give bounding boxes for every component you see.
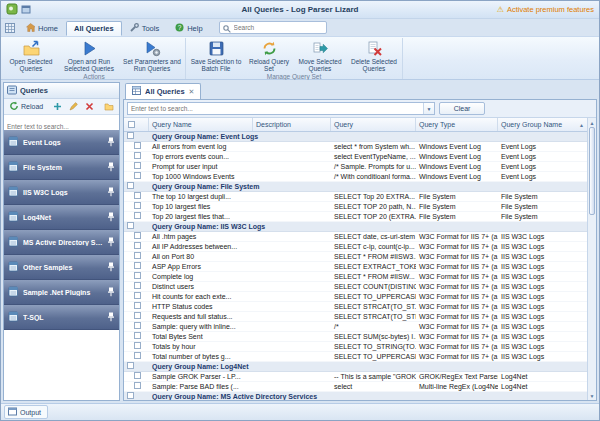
sidebar-item-iis-w3c-logs[interactable]: IIS W3C Logs [4,180,119,205]
column-header-select-all[interactable] [124,118,149,131]
row-checkbox[interactable] [134,282,141,289]
group-row[interactable]: Query Group Name: Event Logs [124,132,587,142]
table-row[interactable]: The top 10 largest dupli... SELECT Top 2… [124,192,587,202]
pin-icon[interactable] [107,212,115,223]
table-row[interactable]: All IP Addresses between... SELECT c-ip,… [124,242,587,252]
table-row[interactable]: Total Bytes Sent SELECT SUM(sc-bytes) I.… [124,332,587,342]
select-all-checkbox[interactable] [128,121,135,128]
row-checkbox[interactable] [134,142,141,149]
table-row[interactable]: Top 1000 Windows Events /* With conditio… [124,172,587,182]
table-row[interactable]: Total number of bytes g... SELECT TO_UPP… [124,352,587,362]
scroll-up-button[interactable]: ▲ [588,118,596,127]
ribbon-search-input[interactable] [234,24,323,31]
table-row[interactable]: Top errors events coun... select EventTy… [124,152,587,162]
scroll-down-button[interactable]: ▼ [588,391,596,400]
open-selected-queries-button[interactable]: Open Selected Queries [4,38,58,72]
open-folder-button[interactable] [102,101,116,113]
save-selection-to-batch-file-button[interactable]: Save Selection to Batch File [187,38,245,72]
sidebar-item-event-logs[interactable]: Event Logs [4,130,119,155]
row-checkbox[interactable] [134,202,141,209]
table-row[interactable]: Sample GROK Parser - LP... -- This is a … [124,372,587,382]
add-query-button[interactable] [51,101,64,113]
ribbon-search-box[interactable] [219,21,327,34]
row-checkbox[interactable] [134,272,141,279]
vertical-scrollbar[interactable]: ▲ ▼ [587,118,596,400]
row-checkbox[interactable] [134,292,141,299]
row-checkbox[interactable] [134,322,141,329]
scroll-thumb[interactable] [589,127,595,215]
table-row[interactable]: All .htm pages SELECT date, cs-uri-stem … [124,232,587,242]
row-checkbox[interactable] [134,352,141,359]
table-row[interactable]: Requests and full status... SELECT STRCA… [124,312,587,322]
table-row[interactable]: Top 10 largest files SELECT TOP 20 path,… [124,202,587,212]
table-row[interactable]: ASP App Errors SELECT EXTRACT_TOKE... W3… [124,262,587,272]
reload-query-set-button[interactable]: Reload Query Set [245,38,293,72]
group-checkbox[interactable] [127,182,134,189]
pin-icon[interactable] [107,237,115,248]
row-checkbox[interactable] [134,312,141,319]
group-row[interactable]: Query Group Name: MS Active Directory Se… [124,392,587,400]
row-checkbox[interactable] [134,242,141,249]
group-row[interactable]: Query Group Name: Log4Net [124,362,587,372]
group-row[interactable]: Query Group Name: File System [124,182,587,192]
row-checkbox[interactable] [134,232,141,239]
pin-icon[interactable] [107,187,115,198]
table-row[interactable]: All errors from event log select * from … [124,142,587,152]
sidebar-item-sample-net-plugins[interactable]: Sample .Net Plugins [4,280,119,305]
edit-query-button[interactable] [67,101,80,113]
row-checkbox[interactable] [134,212,141,219]
clear-button[interactable]: Clear [439,102,485,115]
scroll-track[interactable] [588,215,596,391]
app-menu-icon[interactable] [5,19,15,37]
column-header-query[interactable]: Query [331,118,416,131]
column-header-query-group-name[interactable]: Query Group Name ▲ [498,118,587,131]
tab-tools[interactable]: Tools [122,21,168,36]
row-checkbox[interactable] [134,342,141,349]
row-checkbox[interactable] [134,302,141,309]
group-checkbox[interactable] [127,362,134,369]
open-and-run-selected-queries-button[interactable]: Open and Run Selected Queries [58,38,120,72]
tab-help[interactable]: ? Help [167,21,210,36]
table-row[interactable]: Prompt for user input /* Sample. Prompts… [124,162,587,172]
table-row[interactable]: Sample: Parse BAD files (... select Mult… [124,382,587,392]
table-row[interactable]: Distinct users SELECT COUNT(DISTINC... W… [124,282,587,292]
group-checkbox[interactable] [127,222,134,229]
set-parameters-and-run-button[interactable]: Set Parameters and Run Queries [120,38,184,72]
column-header-query-name[interactable]: Query Name [149,118,253,131]
row-checkbox[interactable] [134,162,141,169]
sidebar-item-other-samples[interactable]: Other Samples [4,255,119,280]
row-checkbox[interactable] [134,152,141,159]
pin-icon[interactable] [107,287,115,298]
row-checkbox[interactable] [134,172,141,179]
delete-selected-queries-button[interactable]: Delete Selected Queries [347,38,401,72]
quick-access-icon[interactable] [21,1,32,19]
sidebar-item-file-system[interactable]: File System [4,155,119,180]
premium-features-link[interactable]: ⚠ Activate premium features [497,5,594,14]
group-row[interactable]: Query Group Name: IIS W3C Logs [124,222,587,232]
output-tab[interactable]: Output [4,405,48,419]
tab-home[interactable]: Home [18,21,66,36]
table-row[interactable]: Sample: query with inline... /* W3C Form… [124,322,587,332]
pin-icon[interactable] [107,312,115,323]
row-checkbox[interactable] [134,192,141,199]
sidebar-item-ms-active-directory-services[interactable]: MS Active Directory Services [4,230,119,255]
table-row[interactable]: HTTP Status codes SELECT STRCAT(TO_ST...… [124,302,587,312]
table-row[interactable]: Top 20 largest files that... SELECT TOP … [124,212,587,222]
row-checkbox[interactable] [134,382,141,389]
grid-filter-input[interactable] [128,103,423,114]
filter-dropdown-button[interactable]: ▼ [423,103,434,114]
row-checkbox[interactable] [134,262,141,269]
row-checkbox[interactable] [134,372,141,379]
move-selected-queries-button[interactable]: Move Selected Queries [293,38,347,72]
group-checkbox[interactable] [127,132,134,139]
table-row[interactable]: Hit counts for each exte... SELECT TO_UP… [124,292,587,302]
tab-all-queries[interactable]: All Queries [66,21,122,36]
table-row[interactable]: All on Port 80 SELECT * FROM #IISW3... W… [124,252,587,262]
column-header-description[interactable]: Description [253,118,331,131]
reload-button[interactable]: Reload [7,100,45,113]
group-checkbox[interactable] [127,392,134,399]
table-row[interactable]: Totals by hour SELECT TO_STRING(TO... W3… [124,342,587,352]
tab-close-icon[interactable]: ✕ [189,88,195,96]
row-checkbox[interactable] [134,332,141,339]
sidebar-item-t-sql[interactable]: T-SQL [4,305,119,330]
